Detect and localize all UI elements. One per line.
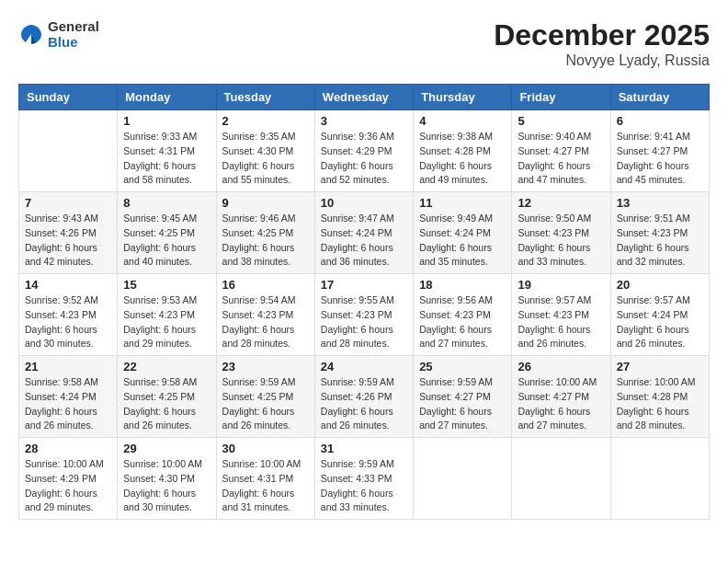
- day-number: 29: [123, 442, 210, 455]
- calendar-cell: 16Sunrise: 9:54 AM Sunset: 4:23 PM Dayli…: [216, 274, 314, 356]
- calendar-cell: 8Sunrise: 9:45 AM Sunset: 4:25 PM Daylig…: [118, 192, 216, 274]
- day-number: 12: [518, 196, 604, 210]
- day-info: Sunrise: 9:49 AM Sunset: 4:24 PM Dayligh…: [419, 212, 506, 270]
- day-info: Sunrise: 9:58 AM Sunset: 4:24 PM Dayligh…: [25, 375, 111, 433]
- logo: General Blue: [18, 18, 99, 50]
- month-year-title: December 2025: [494, 18, 710, 52]
- calendar-cell: 20Sunrise: 9:57 AM Sunset: 4:24 PM Dayli…: [610, 274, 709, 356]
- day-number: 22: [123, 360, 210, 373]
- day-number: 30: [222, 442, 309, 455]
- day-info: Sunrise: 9:59 AM Sunset: 4:27 PM Dayligh…: [419, 375, 506, 433]
- calendar-header-row: SundayMondayTuesdayWednesdayThursdayFrid…: [19, 85, 710, 110]
- day-info: Sunrise: 9:57 AM Sunset: 4:24 PM Dayligh…: [617, 293, 703, 351]
- day-number: 7: [25, 196, 111, 210]
- weekday-header-wednesday: Wednesday: [314, 85, 413, 110]
- day-info: Sunrise: 9:51 AM Sunset: 4:23 PM Dayligh…: [617, 212, 703, 270]
- day-number: 2: [222, 114, 309, 128]
- calendar-cell: 26Sunrise: 10:00 AM Sunset: 4:27 PM Dayl…: [512, 356, 610, 438]
- day-number: 20: [617, 278, 703, 292]
- day-info: Sunrise: 9:55 AM Sunset: 4:23 PM Dayligh…: [321, 293, 407, 351]
- day-info: Sunrise: 9:53 AM Sunset: 4:23 PM Dayligh…: [123, 293, 210, 351]
- day-info: Sunrise: 9:54 AM Sunset: 4:23 PM Dayligh…: [222, 293, 309, 351]
- calendar-cell: [610, 438, 709, 520]
- calendar-cell: 1Sunrise: 9:33 AM Sunset: 4:31 PM Daylig…: [118, 110, 216, 192]
- calendar-cell: 6Sunrise: 9:41 AM Sunset: 4:27 PM Daylig…: [610, 110, 709, 192]
- location-subtitle: Novyye Lyady, Russia: [494, 52, 710, 69]
- day-info: Sunrise: 9:58 AM Sunset: 4:25 PM Dayligh…: [123, 375, 210, 433]
- day-number: 9: [222, 196, 309, 210]
- day-number: 19: [518, 278, 604, 292]
- calendar-cell: 22Sunrise: 9:58 AM Sunset: 4:25 PM Dayli…: [118, 356, 216, 438]
- day-number: 11: [419, 196, 506, 210]
- calendar-cell: 29Sunrise: 10:00 AM Sunset: 4:30 PM Dayl…: [118, 438, 216, 520]
- calendar-week-row: 7Sunrise: 9:43 AM Sunset: 4:26 PM Daylig…: [19, 192, 710, 274]
- calendar-cell: 17Sunrise: 9:55 AM Sunset: 4:23 PM Dayli…: [314, 274, 413, 356]
- day-number: 13: [617, 196, 703, 210]
- day-info: Sunrise: 10:00 AM Sunset: 4:27 PM Daylig…: [518, 375, 604, 433]
- page-header: General Blue December 2025 Novyye Lyady,…: [18, 18, 710, 69]
- calendar-cell: 19Sunrise: 9:57 AM Sunset: 4:23 PM Dayli…: [512, 274, 610, 356]
- calendar-cell: 9Sunrise: 9:46 AM Sunset: 4:25 PM Daylig…: [216, 192, 314, 274]
- day-number: 27: [617, 360, 703, 373]
- calendar-cell: 21Sunrise: 9:58 AM Sunset: 4:24 PM Dayli…: [19, 356, 118, 438]
- day-number: 18: [419, 278, 506, 292]
- day-info: Sunrise: 9:57 AM Sunset: 4:23 PM Dayligh…: [518, 293, 604, 351]
- calendar-cell: 2Sunrise: 9:35 AM Sunset: 4:30 PM Daylig…: [216, 110, 314, 192]
- day-info: Sunrise: 9:38 AM Sunset: 4:28 PM Dayligh…: [419, 130, 506, 188]
- day-info: Sunrise: 9:59 AM Sunset: 4:33 PM Dayligh…: [321, 457, 407, 515]
- day-number: 5: [518, 114, 604, 128]
- day-number: 3: [321, 114, 407, 128]
- day-number: 23: [222, 360, 309, 373]
- calendar-week-row: 28Sunrise: 10:00 AM Sunset: 4:29 PM Dayl…: [19, 438, 710, 520]
- day-info: Sunrise: 9:35 AM Sunset: 4:30 PM Dayligh…: [222, 130, 309, 188]
- day-number: 4: [419, 114, 506, 128]
- logo-text: General Blue: [48, 18, 99, 50]
- logo-general: General: [48, 18, 99, 34]
- day-number: 28: [25, 442, 111, 455]
- day-number: 17: [321, 278, 407, 292]
- day-info: Sunrise: 9:36 AM Sunset: 4:29 PM Dayligh…: [321, 130, 407, 188]
- day-number: 25: [419, 360, 506, 373]
- day-info: Sunrise: 9:46 AM Sunset: 4:25 PM Dayligh…: [222, 212, 309, 270]
- calendar-week-row: 21Sunrise: 9:58 AM Sunset: 4:24 PM Dayli…: [19, 356, 710, 438]
- calendar-cell: 10Sunrise: 9:47 AM Sunset: 4:24 PM Dayli…: [314, 192, 413, 274]
- logo-icon: [18, 21, 44, 47]
- calendar-cell: [19, 110, 118, 192]
- day-info: Sunrise: 9:56 AM Sunset: 4:23 PM Dayligh…: [419, 293, 506, 351]
- day-info: Sunrise: 9:43 AM Sunset: 4:26 PM Dayligh…: [25, 212, 111, 270]
- day-info: Sunrise: 9:50 AM Sunset: 4:23 PM Dayligh…: [518, 212, 604, 270]
- title-section: December 2025 Novyye Lyady, Russia: [494, 18, 710, 69]
- weekday-header-friday: Friday: [512, 85, 610, 110]
- calendar-cell: 30Sunrise: 10:00 AM Sunset: 4:31 PM Dayl…: [216, 438, 314, 520]
- weekday-header-sunday: Sunday: [19, 85, 118, 110]
- day-info: Sunrise: 10:00 AM Sunset: 4:29 PM Daylig…: [25, 457, 111, 515]
- day-number: 21: [25, 360, 111, 373]
- day-info: Sunrise: 10:00 AM Sunset: 4:30 PM Daylig…: [123, 457, 210, 515]
- day-number: 8: [123, 196, 210, 210]
- day-info: Sunrise: 10:00 AM Sunset: 4:28 PM Daylig…: [617, 375, 703, 433]
- day-number: 10: [321, 196, 407, 210]
- calendar-cell: 3Sunrise: 9:36 AM Sunset: 4:29 PM Daylig…: [314, 110, 413, 192]
- calendar-cell: 25Sunrise: 9:59 AM Sunset: 4:27 PM Dayli…: [414, 356, 512, 438]
- calendar-cell: 11Sunrise: 9:49 AM Sunset: 4:24 PM Dayli…: [414, 192, 512, 274]
- weekday-header-tuesday: Tuesday: [216, 85, 314, 110]
- calendar-cell: 28Sunrise: 10:00 AM Sunset: 4:29 PM Dayl…: [19, 438, 118, 520]
- day-info: Sunrise: 9:59 AM Sunset: 4:26 PM Dayligh…: [321, 375, 407, 433]
- weekday-header-thursday: Thursday: [414, 85, 512, 110]
- calendar-cell: 31Sunrise: 9:59 AM Sunset: 4:33 PM Dayli…: [314, 438, 413, 520]
- day-info: Sunrise: 9:52 AM Sunset: 4:23 PM Dayligh…: [25, 293, 111, 351]
- day-number: 1: [123, 114, 210, 128]
- calendar-cell: [512, 438, 610, 520]
- calendar-cell: 12Sunrise: 9:50 AM Sunset: 4:23 PM Dayli…: [512, 192, 610, 274]
- day-info: Sunrise: 9:33 AM Sunset: 4:31 PM Dayligh…: [123, 130, 210, 188]
- calendar-cell: 15Sunrise: 9:53 AM Sunset: 4:23 PM Dayli…: [118, 274, 216, 356]
- day-info: Sunrise: 9:45 AM Sunset: 4:25 PM Dayligh…: [123, 212, 210, 270]
- calendar-cell: 24Sunrise: 9:59 AM Sunset: 4:26 PM Dayli…: [314, 356, 413, 438]
- day-info: Sunrise: 9:59 AM Sunset: 4:25 PM Dayligh…: [222, 375, 309, 433]
- day-info: Sunrise: 9:40 AM Sunset: 4:27 PM Dayligh…: [518, 130, 604, 188]
- day-number: 24: [321, 360, 407, 373]
- calendar-cell: 23Sunrise: 9:59 AM Sunset: 4:25 PM Dayli…: [216, 356, 314, 438]
- day-number: 26: [518, 360, 604, 373]
- day-info: Sunrise: 9:47 AM Sunset: 4:24 PM Dayligh…: [321, 212, 407, 270]
- day-number: 31: [321, 442, 407, 455]
